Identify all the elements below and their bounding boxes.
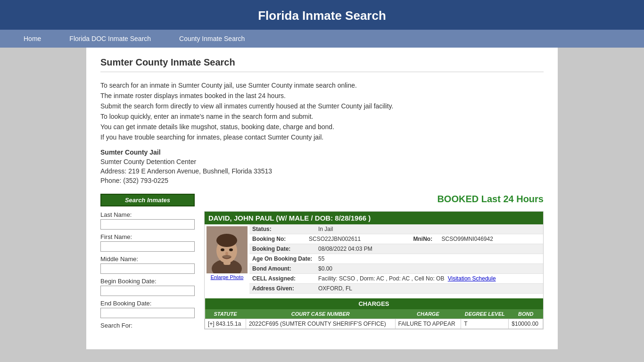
intro-line-4: To lookup quickly, enter an inmate's nam… [100, 113, 544, 120]
bond-value: $0.00 [315, 264, 543, 273]
intro-line-6: If you have trouble searching for inmate… [100, 133, 544, 141]
cell-value: Facility: SCSO , Dorm: AC , Pod: AC , Ce… [315, 274, 543, 283]
mugshot-area: Enlarge Photo [205, 224, 249, 294]
visitation-link[interactable]: Visitation Schedule [448, 275, 496, 282]
inmate-details: Status: In Jail Booking No: SCSO22JBN002… [249, 224, 543, 294]
nav-home[interactable]: Home [9, 31, 55, 46]
col-statute: STATUTE [205, 309, 246, 319]
charges-table: CHARGES STATUTE COURT CASE NUMBER CHARGE… [205, 298, 543, 329]
col-case-number: COURT CASE NUMBER [246, 309, 395, 319]
page-title: Sumter County Inmate Search [100, 57, 544, 72]
address-label: Address Given: [249, 284, 315, 293]
intro-line-5: You can get inmate details like mugshot,… [100, 123, 544, 131]
mnino-value: SCSO99MNI046942 [439, 234, 544, 244]
inmate-body: Enlarge Photo Status: In Jail Booking No… [205, 224, 543, 294]
middle-name-label: Middle Name: [100, 255, 195, 263]
cell-label: CELL Assigned: [249, 274, 315, 283]
charge-statute: [+] 843.15.1a [205, 319, 246, 329]
svg-point-6 [221, 248, 224, 251]
begin-booking-input[interactable] [100, 286, 195, 296]
begin-booking-label: Begin Booking Date: [100, 278, 195, 285]
booking-date-value: 08/08/2022 04:03 PM [315, 244, 543, 254]
main-container: Sumter County Inmate Search To search fo… [86, 48, 558, 349]
detail-row-booking: Booking No: SCSO22JBN002611 MniNo: SCSO9… [249, 234, 543, 244]
charge-row: [+] 843.15.1a 2022CF695 (SUMTER COUNTY S… [205, 319, 543, 329]
intro-line-1: To search for an inmate in Sumter County… [100, 82, 544, 89]
charges-title: CHARGES [205, 298, 543, 309]
last-name-group: Last Name: [100, 211, 195, 230]
age-label: Age On Booking Date: [249, 254, 315, 263]
begin-booking-group: Begin Booking Date: [100, 278, 195, 296]
jail-phone: Phone: (352) 793-0225 [100, 177, 544, 184]
search-header: Search Inmates [100, 194, 195, 206]
intro-text: To search for an inmate in Sumter County… [100, 82, 544, 141]
nav-doc-search[interactable]: Florida DOC Inmate Search [55, 31, 165, 46]
charge-charge: FAILURE TO APPEAR [395, 319, 461, 329]
detail-row-cell: CELL Assigned: Facility: SCSO , Dorm: AC… [249, 274, 543, 284]
detail-row-booking-date: Booking Date: 08/08/2022 04:03 PM [249, 244, 543, 254]
nav-county-search[interactable]: County Inmate Search [165, 31, 259, 46]
svg-point-5 [216, 234, 237, 247]
nav-bar: Home Florida DOC Inmate Search County In… [0, 30, 644, 48]
charge-degree: T [461, 319, 509, 329]
content-area: Search Inmates Last Name: First Name: Mi… [100, 194, 544, 329]
end-booking-group: End Booking Date: [100, 300, 195, 318]
status-label: Status: [249, 224, 315, 234]
svg-point-8 [225, 252, 228, 255]
booking-date-label: Booking Date: [249, 244, 315, 254]
intro-line-2: The inmate roster displays inmates booke… [100, 92, 544, 99]
mnino-label: MniNo: [411, 234, 439, 244]
col-bond: BOND [509, 309, 543, 319]
detail-row-age: Age On Booking Date: 55 [249, 254, 543, 264]
intro-line-3: Submit the search form directly to view … [100, 102, 544, 110]
detail-row-address: Address Given: OXFORD, FL [249, 284, 543, 294]
charge-bond: $10000.00 [509, 319, 543, 329]
search-panel: Search Inmates Last Name: First Name: Mi… [100, 194, 195, 329]
jail-facility: Sumter County Detention Center [100, 158, 544, 165]
jail-address: Address: 219 E Anderson Avenue, Bushnell… [100, 167, 544, 175]
results-panel: BOOKED Last 24 Hours DAVID, JOHN PAUL (W… [204, 194, 544, 329]
charge-case-number: 2022CF695 (SUMTER COUNTY SHERIFF'S OFFIC… [246, 319, 395, 329]
booking-no-label: Booking No: [249, 234, 306, 244]
jail-info: Sumter County Jail Sumter County Detenti… [100, 148, 544, 184]
inmate-name-bar: DAVID, JOHN PAUL (W/ MALE / DOB: 8/28/19… [205, 212, 543, 224]
detail-row-bond: Bond Amount: $0.00 [249, 264, 543, 274]
col-degree: DEGREE LEVEL [461, 309, 509, 319]
site-title: Florida Inmate Search [0, 8, 644, 23]
bond-label: Bond Amount: [249, 264, 315, 273]
detail-row-status: Status: In Jail [249, 224, 543, 234]
middle-name-group: Middle Name: [100, 255, 195, 274]
inmate-record: DAVID, JOHN PAUL (W/ MALE / DOB: 8/28/19… [204, 211, 544, 329]
mugshot-image [206, 226, 248, 273]
svg-point-9 [222, 255, 231, 259]
enlarge-photo-link[interactable]: Enlarge Photo [206, 274, 248, 280]
col-charge: CHARGE [395, 309, 461, 319]
middle-name-input[interactable] [100, 263, 195, 274]
first-name-group: First Name: [100, 233, 195, 252]
end-booking-input[interactable] [100, 308, 195, 318]
booked-header: BOOKED Last 24 Hours [204, 194, 544, 205]
search-for-label: Search For: [100, 322, 195, 329]
jail-name: Sumter County Jail [100, 148, 544, 156]
end-booking-label: End Booking Date: [100, 300, 195, 307]
svg-point-7 [229, 248, 233, 251]
age-value: 55 [315, 254, 543, 263]
first-name-label: First Name: [100, 233, 195, 240]
address-value: OXFORD, FL [315, 284, 543, 293]
first-name-input[interactable] [100, 241, 195, 252]
status-value: In Jail [315, 224, 543, 234]
booking-no-value: SCSO22JBN002611 [306, 234, 411, 244]
last-name-label: Last Name: [100, 211, 195, 218]
last-name-input[interactable] [100, 219, 195, 230]
site-header: Florida Inmate Search [0, 0, 644, 30]
